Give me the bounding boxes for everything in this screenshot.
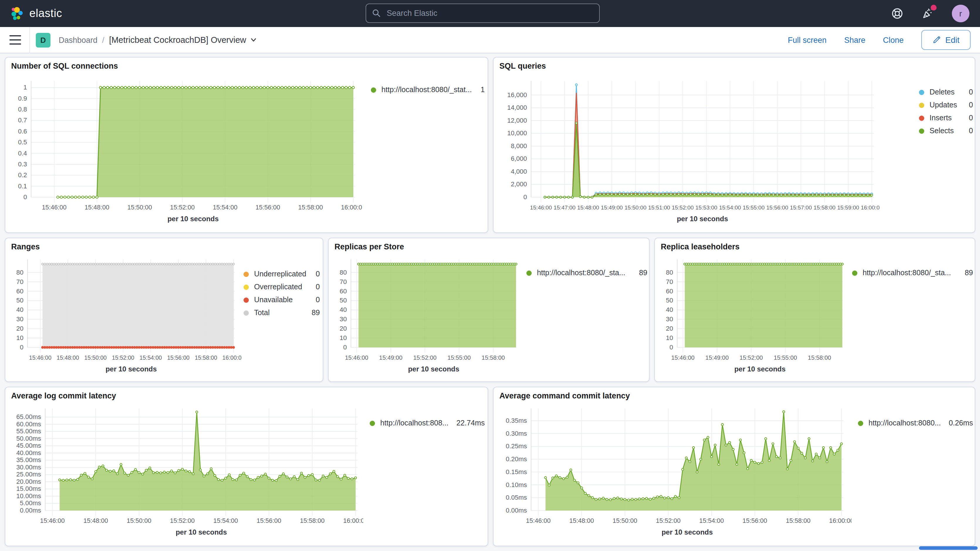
- svg-text:15:59:00: 15:59:00: [837, 204, 859, 211]
- panel-title: Average command commit latency: [500, 392, 630, 400]
- search-input[interactable]: [385, 8, 593, 18]
- legend-label: Total: [254, 309, 306, 317]
- svg-text:0.00ms: 0.00ms: [506, 507, 527, 514]
- legend-item-avg-command-commit-latency-0[interactable]: http://localhost:8080... 0.26ms: [858, 417, 973, 430]
- news-party-popper-icon[interactable]: [921, 7, 934, 20]
- panel-ranges: Ranges8070605040302010015:46:0015:48:001…: [5, 238, 323, 382]
- legend-item-replica-leaseholders-0[interactable]: http://localhost:8080/_sta... 89: [852, 266, 973, 279]
- svg-text:per 10 seconds: per 10 seconds: [167, 215, 219, 223]
- breadcrumb-dashboard-link[interactable]: Dashboard: [59, 35, 97, 44]
- space-badge[interactable]: D: [36, 33, 51, 47]
- legend-item-avg-log-commit-latency-0[interactable]: http://localhost:808... 22.74ms: [370, 417, 485, 430]
- legend-value: 22.74ms: [456, 419, 485, 427]
- svg-text:0.4: 0.4: [18, 150, 27, 157]
- svg-text:15:56:00: 15:56:00: [167, 354, 189, 361]
- full-screen-button[interactable]: Full screen: [788, 35, 827, 44]
- panel-replica-leaseholders: Replica leaseholders8070605040302010015:…: [654, 238, 975, 382]
- breadcrumb: Dashboard / [Metricbeat CockroachDB] Ove…: [59, 35, 257, 45]
- legend-label: Underreplicated: [254, 270, 310, 278]
- panel-title: SQL queries: [500, 62, 546, 70]
- legend-color-dot: [370, 420, 375, 426]
- legend-item-sql-queries-2[interactable]: Inserts 0: [919, 111, 973, 124]
- svg-text:15:56:00: 15:56:00: [767, 204, 788, 211]
- svg-text:15:46:00: 15:46:00: [42, 204, 67, 211]
- dashboard-toolbar: D Dashboard / [Metricbeat CockroachDB] O…: [0, 27, 980, 53]
- svg-text:15:56:00: 15:56:00: [256, 204, 280, 211]
- legend-item-sql-connections-0[interactable]: http://localhost:8080/_stat... 1: [371, 83, 485, 96]
- help-icon[interactable]: [891, 7, 904, 20]
- legend-value: 0: [969, 101, 973, 109]
- avg-log-commit-latency-chart[interactable]: 65.00ms60.00ms55.00ms50.00ms45.00ms40.00…: [10, 403, 363, 543]
- legend-replica-leaseholders: http://localhost:8080/_sta... 89: [852, 266, 973, 279]
- legend-value: 0: [969, 88, 973, 96]
- share-button[interactable]: Share: [844, 35, 865, 44]
- svg-text:0.15ms: 0.15ms: [506, 468, 527, 476]
- svg-text:15.00ms: 15.00ms: [16, 485, 41, 492]
- svg-text:16:00:00: 16:00:00: [861, 204, 880, 211]
- brand-wordmark: elastic: [29, 7, 62, 20]
- svg-text:20.00ms: 20.00ms: [16, 478, 41, 485]
- svg-text:45.00ms: 45.00ms: [16, 442, 41, 449]
- legend-item-ranges-2[interactable]: Unavailable 0: [243, 293, 320, 306]
- legend-avg-log-commit-latency: http://localhost:808... 22.74ms: [370, 417, 485, 430]
- menu-hamburger-icon[interactable]: [10, 35, 21, 45]
- svg-text:15:54:00: 15:54:00: [213, 204, 237, 211]
- search-icon: [372, 9, 381, 18]
- user-avatar[interactable]: r: [952, 5, 969, 22]
- svg-text:4,000: 4,000: [511, 168, 527, 175]
- legend-label: http://localhost:8080/_sta...: [862, 269, 959, 277]
- svg-text:15:50:00: 15:50:00: [612, 517, 637, 524]
- legend-item-sql-queries-3[interactable]: Selects 0: [919, 124, 973, 137]
- legend-value: 0: [969, 114, 973, 122]
- ranges-chart[interactable]: 8070605040302010015:46:0015:48:0015:50:0…: [10, 253, 242, 378]
- elastic-logo[interactable]: elastic: [8, 5, 62, 22]
- svg-text:15:49:00: 15:49:00: [379, 354, 402, 361]
- svg-text:10: 10: [16, 334, 24, 341]
- legend-color-dot: [243, 284, 249, 290]
- legend-item-replicas-per-store-0[interactable]: http://localhost:8080/_sta... 89: [527, 266, 647, 279]
- svg-text:15:46:00: 15:46:00: [40, 517, 65, 524]
- avg-command-commit-latency-chart[interactable]: 0.35ms0.30ms0.25ms0.20ms0.15ms0.10ms0.05…: [498, 403, 851, 543]
- svg-text:15:48:00: 15:48:00: [83, 517, 108, 524]
- legend-item-ranges-0[interactable]: Underreplicated 0: [243, 268, 320, 280]
- svg-text:per 10 seconds: per 10 seconds: [106, 365, 157, 373]
- legend-label: Inserts: [929, 114, 963, 122]
- svg-text:15:48:00: 15:48:00: [569, 517, 594, 524]
- sql-queries-chart[interactable]: 16,00014,00012,00010,0008,0006,0004,0002…: [498, 74, 880, 229]
- svg-text:16:00:00: 16:00:00: [343, 517, 363, 524]
- svg-text:0.30ms: 0.30ms: [506, 430, 527, 437]
- legend-color-dot: [919, 128, 924, 134]
- svg-text:35.00ms: 35.00ms: [16, 456, 41, 463]
- svg-text:15:54:00: 15:54:00: [139, 354, 162, 361]
- svg-text:30: 30: [16, 315, 24, 323]
- svg-text:40: 40: [666, 306, 673, 313]
- svg-text:15:58:00: 15:58:00: [786, 517, 810, 524]
- elastic-logo-icon: [8, 5, 25, 22]
- sql-connections-chart[interactable]: 10.90.80.70.60.50.40.30.20.1015:46:0015:…: [10, 74, 362, 229]
- svg-text:50: 50: [340, 297, 347, 304]
- edit-button[interactable]: Edit: [921, 30, 970, 50]
- svg-text:0.2: 0.2: [18, 171, 27, 179]
- svg-text:15:56:00: 15:56:00: [743, 517, 767, 524]
- replica-leaseholders-chart[interactable]: 8070605040302010015:46:0015:49:0015:52:0…: [660, 253, 848, 378]
- horizontal-scrollbar-thumb[interactable]: [919, 546, 978, 550]
- svg-text:15:50:00: 15:50:00: [84, 354, 107, 361]
- legend-item-ranges-1[interactable]: Overreplicated 0: [243, 280, 320, 293]
- svg-text:per 10 seconds: per 10 seconds: [662, 528, 713, 536]
- panel-title: Replica leaseholders: [661, 242, 740, 251]
- svg-text:15:53:00: 15:53:00: [695, 204, 718, 211]
- legend-color-dot: [243, 310, 249, 315]
- legend-item-sql-queries-0[interactable]: Deletes 0: [919, 86, 973, 99]
- clone-button[interactable]: Clone: [883, 35, 904, 44]
- svg-text:15:52:00: 15:52:00: [414, 354, 437, 361]
- panel-title: Replicas per Store: [334, 242, 404, 251]
- replicas-per-store-chart[interactable]: 8070605040302010015:46:0015:49:0015:52:0…: [333, 253, 522, 378]
- legend-item-ranges-3[interactable]: Total 89: [243, 306, 320, 319]
- page-title[interactable]: [Metricbeat CockroachDB] Overview: [109, 35, 257, 45]
- svg-text:15:48:00: 15:48:00: [57, 354, 79, 361]
- svg-text:0.00ms: 0.00ms: [20, 507, 41, 514]
- svg-text:15:58:00: 15:58:00: [808, 354, 831, 361]
- legend-item-sql-queries-1[interactable]: Updates 0: [919, 99, 973, 111]
- svg-text:15:46:00: 15:46:00: [345, 354, 368, 361]
- global-search[interactable]: [366, 3, 600, 23]
